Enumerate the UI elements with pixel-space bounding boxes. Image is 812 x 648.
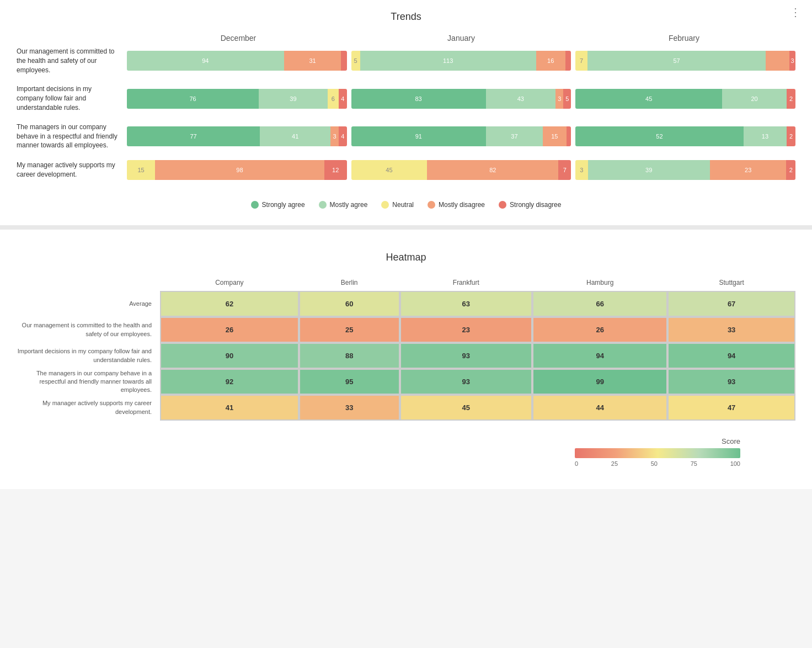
legend-dot-neutral: [381, 201, 389, 209]
heatmap-tbody: Average6260636667Our management is commi…: [17, 291, 795, 421]
heatmap-col-stuttgart: Stuttgart: [667, 274, 795, 291]
heatmap-cell-0-2: 63: [400, 291, 533, 317]
legend-dot-mostly-agree: [319, 201, 327, 209]
heatmap-row-header-th: [17, 274, 160, 291]
heatmap-row-4: My manager actively supports my career d…: [17, 395, 795, 421]
trend-row-2: The managers in our company behave in a …: [17, 123, 795, 150]
trend-row-0: Our management is committed to the healt…: [17, 47, 795, 75]
score-label: Score: [722, 437, 740, 445]
heatmap-cell-1-0: 26: [160, 317, 299, 343]
heatmap-cell-4-4: 47: [667, 395, 795, 421]
heatmap-cell-4-3: 44: [532, 395, 667, 421]
trend-row-3: My manager actively supports my career d…: [17, 160, 795, 180]
heatmap-cell-4-1: 33: [299, 395, 400, 421]
heatmap-cell-1-4: 33: [667, 317, 795, 343]
heatmap-col-berlin: Berlin: [299, 274, 400, 291]
heatmap-cell-2-2: 93: [400, 343, 533, 369]
heatmap-cell-4-0: 41: [160, 395, 299, 421]
heatmap-row-label-1: Our management is committed to the healt…: [17, 317, 160, 343]
trends-grid: December January February Our management…: [17, 34, 795, 190]
trend-row-label-3: My manager actively supports my career d…: [17, 161, 127, 179]
score-bar: [575, 448, 740, 458]
month-january: January: [350, 34, 573, 43]
trend-row-bars-3: 15981245827339232: [127, 160, 795, 180]
heatmap-cell-1-1: 25: [299, 317, 400, 343]
legend-dot-strongly-disagree: [499, 201, 506, 209]
heatmap-row-label-0: Average: [17, 291, 160, 317]
trend-row-1: Important decisions in my company follow…: [17, 84, 795, 112]
heatmap-table: Company Berlin Frankfurt Hamburg Stuttga…: [17, 274, 795, 421]
heatmap-section: Heatmap Company Berlin Frankfurt Hamburg…: [0, 235, 812, 489]
score-section: Score 0 25 50 75 100: [17, 437, 795, 467]
score-tick-75: 75: [691, 460, 697, 467]
heatmap-row-label-2: Important decisions in my company follow…: [17, 343, 160, 369]
heatmap-cell-3-0: 92: [160, 369, 299, 395]
trends-title: Trends: [17, 11, 795, 23]
heatmap-col-company: Company: [160, 274, 299, 291]
legend-dot-mostly-disagree: [428, 201, 435, 209]
trend-row-bars-2: 77413491371552132: [127, 126, 795, 146]
legend-label-strongly-disagree: Strongly disagree: [510, 201, 561, 209]
legend-mostly-agree: Mostly agree: [319, 201, 368, 209]
heatmap-cell-2-4: 94: [667, 343, 795, 369]
heatmap-cell-2-0: 90: [160, 343, 299, 369]
score-ticks: 0 25 50 75 100: [575, 460, 740, 467]
heatmap-cell-3-1: 95: [299, 369, 400, 395]
heatmap-cell-0-4: 67: [667, 291, 795, 317]
trends-legend: Strongly agree Mostly agree Neutral Most…: [17, 201, 795, 209]
legend-strongly-disagree: Strongly disagree: [499, 201, 561, 209]
heatmap-cell-0-3: 66: [532, 291, 667, 317]
heatmap-cell-3-4: 93: [667, 369, 795, 395]
month-december: December: [127, 34, 350, 43]
heatmap-cell-1-3: 26: [532, 317, 667, 343]
heatmap-row-label-3: The managers in our company behave in a …: [17, 369, 160, 395]
heatmap-cell-4-2: 45: [400, 395, 533, 421]
more-icon[interactable]: ⋮: [790, 6, 801, 19]
trend-row-bars-0: 94315113167573: [127, 51, 795, 71]
score-tick-50: 50: [651, 460, 658, 467]
legend-mostly-disagree: Mostly disagree: [428, 201, 485, 209]
legend-label-neutral: Neutral: [392, 201, 414, 209]
heatmap-cell-2-3: 94: [532, 343, 667, 369]
section-divider: [0, 225, 812, 230]
trends-rows: Our management is committed to the healt…: [17, 47, 795, 190]
month-headers: December January February: [17, 34, 795, 43]
trend-row-label-1: Important decisions in my company follow…: [17, 84, 127, 112]
score-tick-25: 25: [611, 460, 618, 467]
trend-row-bars-1: 76396483433545202: [127, 89, 795, 109]
legend-label-mostly-agree: Mostly agree: [330, 201, 368, 209]
heatmap-row-3: The managers in our company behave in a …: [17, 369, 795, 395]
heatmap-row-label-4: My manager actively supports my career d…: [17, 395, 160, 421]
heatmap-cell-2-1: 88: [299, 343, 400, 369]
heatmap-cell-1-2: 23: [400, 317, 533, 343]
heatmap-cell-0-1: 60: [299, 291, 400, 317]
legend-label-mostly-disagree: Mostly disagree: [439, 201, 485, 209]
heatmap-col-hamburg: Hamburg: [532, 274, 667, 291]
heatmap-col-frankfurt: Frankfurt: [400, 274, 533, 291]
heatmap-title: Heatmap: [17, 252, 795, 263]
heatmap-cell-0-0: 62: [160, 291, 299, 317]
heatmap-cell-3-2: 93: [400, 369, 533, 395]
heatmap-row-2: Important decisions in my company follow…: [17, 343, 795, 369]
trends-section: Trends December January February Our man…: [0, 0, 812, 225]
heatmap-row-0: Average6260636667: [17, 291, 795, 317]
legend-label-strongly-agree: Strongly agree: [262, 201, 305, 209]
heatmap-cell-3-3: 99: [532, 369, 667, 395]
trend-row-label-2: The managers in our company behave in a …: [17, 123, 127, 150]
heatmap-row-1: Our management is committed to the healt…: [17, 317, 795, 343]
score-tick-0: 0: [575, 460, 578, 467]
legend-dot-strongly-agree: [251, 201, 259, 209]
trend-row-label-0: Our management is committed to the healt…: [17, 47, 127, 75]
legend-neutral: Neutral: [381, 201, 414, 209]
month-february: February: [573, 34, 795, 43]
score-tick-100: 100: [730, 460, 740, 467]
legend-strongly-agree: Strongly agree: [251, 201, 305, 209]
